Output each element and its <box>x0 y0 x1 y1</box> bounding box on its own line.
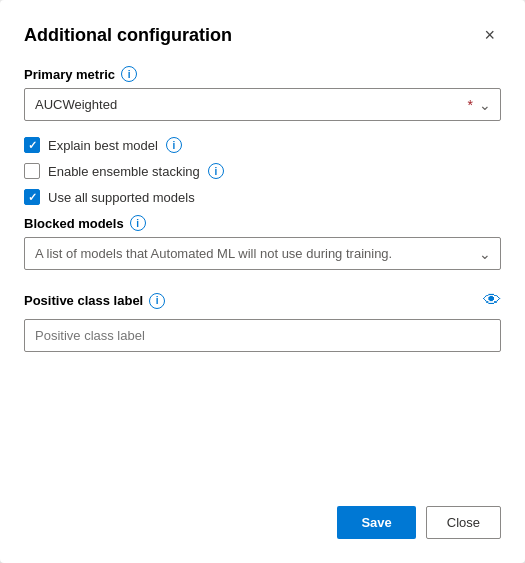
use-all-models-checkbox[interactable] <box>24 189 40 205</box>
primary-metric-info-icon[interactable]: i <box>121 66 137 82</box>
explain-best-model-info-icon[interactable]: i <box>166 137 182 153</box>
positive-class-label-row: Positive class label i <box>24 293 165 309</box>
explain-best-model-label: Explain best model <box>48 138 158 153</box>
enable-ensemble-stacking-info-icon[interactable]: i <box>208 163 224 179</box>
blocked-models-label: Blocked models <box>24 216 124 231</box>
primary-metric-label: Primary metric <box>24 67 115 82</box>
dialog-close-button[interactable]: × <box>478 24 501 46</box>
enable-ensemble-stacking-label: Enable ensemble stacking <box>48 164 200 179</box>
primary-metric-label-row: Primary metric i <box>24 66 501 82</box>
blocked-models-section: Blocked models i A list of models that A… <box>24 215 501 270</box>
enable-ensemble-stacking-row[interactable]: Enable ensemble stacking i <box>24 163 501 179</box>
primary-metric-required-star: * <box>468 97 473 113</box>
primary-metric-select[interactable]: AUCWeighted Accuracy NormMacroRecall Ave… <box>24 88 501 121</box>
positive-class-eye-icon[interactable]: 👁 <box>483 290 501 311</box>
blocked-models-info-icon[interactable]: i <box>130 215 146 231</box>
blocked-models-label-row: Blocked models i <box>24 215 501 231</box>
explain-best-model-row[interactable]: Explain best model i <box>24 137 501 153</box>
save-button[interactable]: Save <box>337 506 415 539</box>
dialog-footer: Save Close <box>24 490 501 539</box>
explain-best-model-checkbox[interactable] <box>24 137 40 153</box>
positive-class-label: Positive class label <box>24 293 143 308</box>
positive-class-input[interactable] <box>24 319 501 352</box>
primary-metric-section: Primary metric i AUCWeighted Accuracy No… <box>24 66 501 121</box>
blocked-models-select[interactable]: A list of models that Automated ML will … <box>24 237 501 270</box>
blocked-models-select-wrapper: A list of models that Automated ML will … <box>24 237 501 270</box>
dialog-header: Additional configuration × <box>24 24 501 46</box>
positive-class-info-icon[interactable]: i <box>149 293 165 309</box>
positive-class-header: Positive class label i 👁 <box>24 290 501 311</box>
dialog-title: Additional configuration <box>24 25 232 46</box>
positive-class-section: Positive class label i 👁 <box>24 290 501 352</box>
primary-metric-select-wrapper: AUCWeighted Accuracy NormMacroRecall Ave… <box>24 88 501 121</box>
enable-ensemble-stacking-checkbox[interactable] <box>24 163 40 179</box>
additional-config-dialog: Additional configuration × Primary metri… <box>0 0 525 563</box>
use-all-models-label: Use all supported models <box>48 190 195 205</box>
close-button[interactable]: Close <box>426 506 501 539</box>
use-all-models-row[interactable]: Use all supported models <box>24 189 501 205</box>
